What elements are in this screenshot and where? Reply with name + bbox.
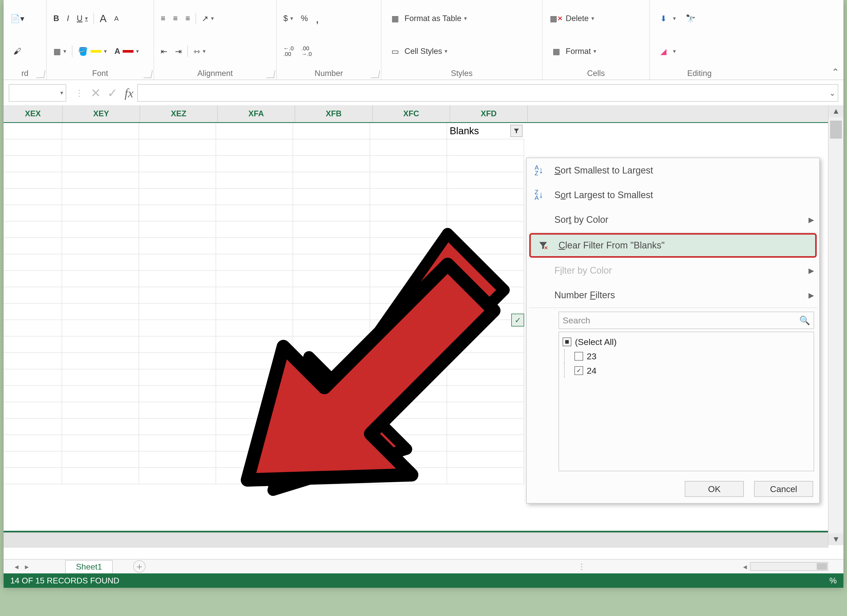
currency-button[interactable]: $▾ xyxy=(281,13,295,24)
cell[interactable] xyxy=(370,172,447,189)
cell[interactable] xyxy=(370,287,447,304)
cell[interactable] xyxy=(447,156,524,172)
cell[interactable] xyxy=(216,353,293,369)
cell[interactable] xyxy=(293,123,370,139)
cell[interactable] xyxy=(216,320,293,337)
find-select-button[interactable]: 🔭 xyxy=(682,10,699,27)
orientation-button[interactable]: ↗▾ xyxy=(200,13,216,24)
cell[interactable] xyxy=(370,353,447,369)
format-cells-button[interactable]: ▦Format▾ xyxy=(547,43,598,59)
copy-button[interactable]: 📄▾ xyxy=(8,10,26,27)
tab-nav-prev-icon[interactable]: ◂ xyxy=(11,561,22,572)
cell[interactable] xyxy=(216,222,293,238)
cell[interactable] xyxy=(139,287,216,304)
cell[interactable] xyxy=(370,452,447,468)
cell[interactable] xyxy=(216,156,293,172)
cell[interactable] xyxy=(293,402,370,419)
cell[interactable] xyxy=(4,353,62,369)
clear-button[interactable]: ◢▾ xyxy=(655,43,678,59)
cell[interactable] xyxy=(216,402,293,419)
horizontal-scrollbar[interactable] xyxy=(750,562,828,571)
cell[interactable] xyxy=(447,189,524,205)
align-top-button[interactable]: ≡ xyxy=(159,13,167,24)
filter-value-item[interactable]: 24 xyxy=(563,363,810,378)
cell[interactable] xyxy=(293,435,370,452)
column-header[interactable]: XFB xyxy=(295,105,373,122)
cell[interactable] xyxy=(293,205,370,222)
clear-filter-item[interactable]: ✕ Clear Filter From "Blanks" xyxy=(531,235,815,256)
filter-value-item[interactable]: 23 xyxy=(563,349,810,363)
cell[interactable] xyxy=(62,386,139,402)
decrease-decimal-button[interactable]: .00→.0 xyxy=(299,45,314,58)
cell[interactable] xyxy=(216,139,293,156)
sort-ascending-item[interactable]: AZ↓ Sort Smallest to Largest xyxy=(527,158,819,183)
comma-button[interactable]: , xyxy=(314,10,321,27)
merge-center-button[interactable]: ⇿▾ xyxy=(192,46,208,57)
tab-split-handle-icon[interactable]: ⋮ xyxy=(578,562,586,571)
cell[interactable] xyxy=(447,386,524,402)
cell[interactable] xyxy=(4,435,62,452)
cell[interactable] xyxy=(62,172,139,189)
cell[interactable] xyxy=(4,156,62,172)
cell[interactable] xyxy=(62,271,139,287)
cell[interactable] xyxy=(139,468,216,485)
cell[interactable] xyxy=(447,287,524,304)
checkbox-unchecked-icon[interactable] xyxy=(574,352,583,360)
name-box[interactable]: ▾ xyxy=(9,84,66,102)
cell[interactable] xyxy=(4,304,62,320)
cell[interactable] xyxy=(62,123,139,139)
cell[interactable] xyxy=(447,172,524,189)
dialog-launcher-icon[interactable] xyxy=(371,70,380,78)
cell[interactable] xyxy=(4,468,62,485)
sort-by-color-item[interactable]: Sort by Color ▶ xyxy=(527,207,819,232)
cell[interactable] xyxy=(139,222,216,238)
cell[interactable] xyxy=(4,222,62,238)
enter-formula-button[interactable]: ✓ xyxy=(104,85,121,101)
dialog-launcher-icon[interactable] xyxy=(143,70,152,78)
cell[interactable] xyxy=(293,386,370,402)
cell[interactable] xyxy=(62,320,139,337)
cell[interactable] xyxy=(139,337,216,353)
column-header[interactable]: XFD xyxy=(450,105,528,122)
cell[interactable] xyxy=(447,402,524,419)
cell[interactable] xyxy=(370,156,447,172)
column-header[interactable]: XFC xyxy=(373,105,450,122)
cell[interactable] xyxy=(370,435,447,452)
cell[interactable] xyxy=(4,238,62,254)
cell[interactable] xyxy=(139,320,216,337)
format-as-table-button[interactable]: ▦Format as Table▾ xyxy=(386,10,469,27)
cell[interactable] xyxy=(293,353,370,369)
cancel-button[interactable]: Cancel xyxy=(754,481,813,497)
cell[interactable] xyxy=(293,320,370,337)
cell[interactable] xyxy=(447,254,524,271)
dialog-launcher-icon[interactable] xyxy=(36,70,45,78)
cell[interactable] xyxy=(447,238,524,254)
cell[interactable] xyxy=(370,238,447,254)
cell[interactable] xyxy=(447,139,524,156)
cell[interactable] xyxy=(139,419,216,435)
cancel-formula-button[interactable]: ✕ xyxy=(87,85,104,101)
italic-button[interactable]: I xyxy=(65,13,71,24)
cell[interactable] xyxy=(139,205,216,222)
cell[interactable] xyxy=(216,205,293,222)
cell[interactable] xyxy=(139,353,216,369)
cell[interactable] xyxy=(62,369,139,386)
cell[interactable] xyxy=(370,139,447,156)
cell[interactable] xyxy=(62,419,139,435)
cell[interactable] xyxy=(370,222,447,238)
underline-button[interactable]: U▾ xyxy=(75,13,90,24)
align-bottom-button[interactable]: ≡ xyxy=(183,13,192,24)
cell[interactable] xyxy=(4,254,62,271)
cell[interactable] xyxy=(216,337,293,353)
cell[interactable] xyxy=(370,123,447,139)
cell[interactable] xyxy=(447,452,524,468)
cell[interactable] xyxy=(139,189,216,205)
cell[interactable] xyxy=(62,189,139,205)
cell[interactable] xyxy=(370,254,447,271)
cell[interactable] xyxy=(370,205,447,222)
cell[interactable] xyxy=(4,320,62,337)
cell[interactable] xyxy=(293,189,370,205)
dialog-launcher-icon[interactable] xyxy=(266,70,275,78)
cell[interactable] xyxy=(216,254,293,271)
cell[interactable] xyxy=(4,386,62,402)
